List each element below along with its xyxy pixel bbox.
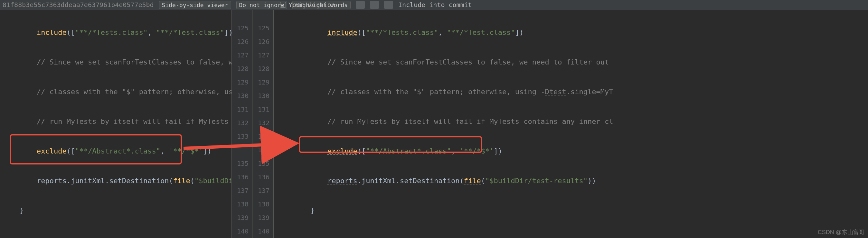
gutter-row: 135135 [232,157,273,170]
code-line: include(["**/*Tests.class", "**/*Test.cl… [0,26,231,39]
ignore-mode-dropdown[interactable]: Do not ignore [236,1,287,9]
code-line: } [0,204,231,217]
diff-toolbar: 81f88b3e55c7363ddeaa7e637961b4e0577e5bd … [0,0,868,10]
code-line: // classes with the "$" pattern; otherwi… [274,85,868,99]
include-commit-label: Include into commit [398,1,472,9]
your-version-checkbox[interactable]: ✓ [280,2,286,8]
code-line: // Since we set scanForTestClasses to fa… [274,55,868,69]
gutter-row: 128128 [232,62,273,76]
settings-icon[interactable] [384,1,393,9]
code-line: // classes with the "$" pattern; otherwi… [0,85,231,99]
code-line: include(["**/*Tests.class", "**/*Test.cl… [274,26,868,39]
gutter-row: 129129 [232,76,273,89]
your-version-label: ✓ Your version [280,1,335,9]
line-number-gutter: 125125 126126 127127 128128 129129 13013… [232,10,274,238]
commit-hash: 81f88b3e55c7363ddeaa7e637961b4e0577e5bd [3,1,154,9]
code-line: // run MyTests by itself will fail if My… [0,115,231,128]
sync-scroll-icon[interactable] [370,1,379,9]
code-line: // Since we set scanForTestClasses to fa… [0,55,231,69]
code-line [0,234,231,238]
gutter-row: 127127 [232,48,273,62]
gutter-row: 137137 [232,184,273,197]
gutter-row: 130130 [232,89,273,103]
watermark: CSDN @东山富哥 [818,228,865,236]
gutter-row: 138138 [232,197,273,211]
right-code-pane[interactable]: include(["**/*Tests.class", "**/*Test.cl… [274,10,868,238]
code-line: reports.junitXml.setDestination(file("$b… [0,174,231,188]
code-line [274,234,868,238]
code-line: reports.junitXml.setDestination(file("$b… [274,174,868,188]
left-code-pane[interactable]: include(["**/*Tests.class", "**/*Test.cl… [0,10,232,238]
gutter-row: 132132 [232,116,273,130]
gutter-row: 139139 [232,211,273,224]
code-line: exclude(["**/Abstract*.class", '**/*$*']… [0,144,231,158]
gutter-row: 140140 [232,224,273,238]
diff-container: include(["**/*Tests.class", "**/*Test.cl… [0,10,868,238]
collapse-icon[interactable] [356,1,365,9]
gutter-row: 126126 [232,35,273,48]
viewer-mode-dropdown[interactable]: Side-by-side viewer [159,1,231,9]
gutter-row: 131131 [232,103,273,116]
gutter-row: 133133 [232,130,273,143]
gutter-row: 125125 [232,21,273,35]
gutter-row: 134 [232,143,273,157]
code-line: // run MyTests by itself will fail if My… [274,115,868,128]
gutter-row: 136136 [232,170,273,184]
gutter-row [232,10,273,21]
code-line: } [274,204,868,217]
code-line: exclude(["**/Abstract*.class", '**/*$*']… [274,144,868,158]
